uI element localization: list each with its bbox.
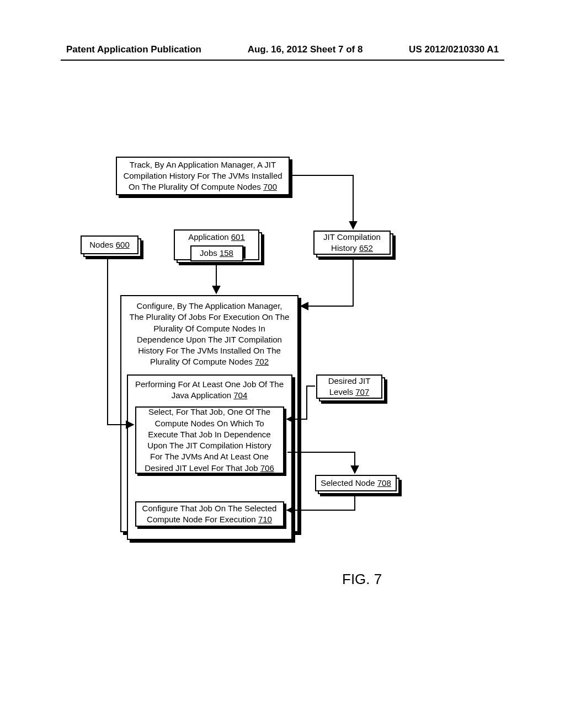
track-text: Track, By An Application Manager, A JIT … xyxy=(121,159,284,193)
desired-jit-text: Desired JIT Levels 707 xyxy=(322,376,377,398)
performing-text: Performing For At Least One Job Of The J… xyxy=(132,379,287,402)
box-nodes: Nodes 600 xyxy=(81,235,138,254)
flowchart: Track, By An Application Manager, A JIT … xyxy=(0,0,565,728)
configure-text: Configure, By The Application Manager, T… xyxy=(126,301,293,368)
jobs-text: Jobs 158 xyxy=(200,248,233,258)
jit-history-text: JIT Compilation History 652 xyxy=(319,232,385,254)
box-configure: Configure, By The Application Manager, T… xyxy=(120,295,299,532)
box-selected-node: Selected Node 708 xyxy=(315,475,397,491)
box-jobs: Jobs 158 xyxy=(190,245,243,261)
figure-label: FIG. 7 xyxy=(342,571,382,588)
box-application: Application 601 Jobs 158 xyxy=(174,229,259,260)
box-jit-history: JIT Compilation History 652 xyxy=(313,231,391,255)
box-desired-jit: Desired JIT Levels 707 xyxy=(316,374,382,399)
selected-node-text: Selected Node 708 xyxy=(321,478,391,489)
box-performing: Performing For At Least One Job Of The J… xyxy=(127,374,292,540)
configure-job-text: Configure That Job On The Selected Compu… xyxy=(141,503,279,526)
select-text: Select, For That Job, One Of The Compute… xyxy=(141,406,279,474)
application-text: Application 601 xyxy=(188,232,245,243)
box-select: Select, For That Job, One Of The Compute… xyxy=(135,406,284,474)
nodes-text: Nodes 600 xyxy=(89,239,130,250)
box-configure-job: Configure That Job On The Selected Compu… xyxy=(135,501,284,527)
box-track: Track, By An Application Manager, A JIT … xyxy=(116,157,290,195)
